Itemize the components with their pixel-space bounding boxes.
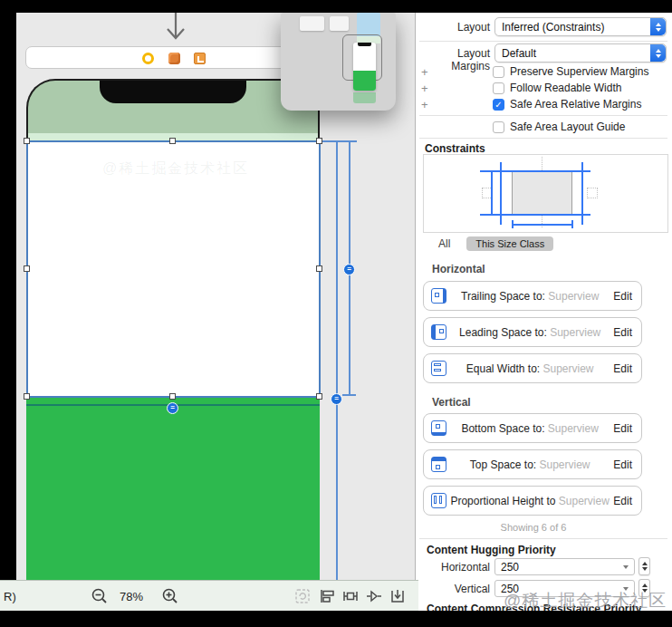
showing-count: Showing 6 of 6 bbox=[416, 522, 651, 533]
checkbox-checked-icon[interactable]: ✓ bbox=[493, 99, 504, 111]
faint-watermark: @稀土掘金技术社区 bbox=[102, 159, 249, 178]
checkbox-unchecked-icon[interactable] bbox=[493, 82, 504, 94]
constraint-row-trailing[interactable]: Trailing Space to: Superview Edit bbox=[423, 281, 642, 311]
white-content-view[interactable] bbox=[26, 140, 320, 396]
resize-handle-bottom-mid[interactable] bbox=[169, 393, 176, 400]
first-responder-icon[interactable] bbox=[168, 53, 180, 64]
align-button[interactable] bbox=[318, 581, 336, 612]
add-constraints-button[interactable] bbox=[341, 581, 360, 612]
resize-handle-top-right[interactable] bbox=[316, 138, 322, 144]
edit-button[interactable]: Edit bbox=[613, 458, 632, 471]
equal-badge[interactable]: = bbox=[331, 393, 342, 405]
add-variation-button[interactable]: + bbox=[421, 82, 428, 95]
constraint-row-leading[interactable]: Leading Space to: Superview Edit bbox=[423, 317, 642, 347]
checkbox-row[interactable]: Preserve Superview Margins bbox=[493, 65, 648, 78]
constraints-section-title: Constraints bbox=[425, 142, 485, 155]
resize-handle-right-mid[interactable] bbox=[316, 265, 322, 272]
constraint-row-proportional-height[interactable]: Proportional Height to Superview Edit bbox=[423, 486, 642, 516]
magnifier-plus-icon bbox=[161, 587, 179, 605]
device-thumbnail[interactable] bbox=[330, 16, 349, 31]
checkbox-unchecked-icon[interactable] bbox=[493, 121, 504, 133]
green-view[interactable]: UIScrollView bbox=[26, 396, 320, 580]
edit-button[interactable]: Edit bbox=[613, 362, 632, 375]
zoom-in-button[interactable] bbox=[161, 581, 179, 612]
resize-handle-bottom-left[interactable] bbox=[24, 393, 30, 400]
device-view-controller[interactable]: UIScrollView bbox=[26, 79, 320, 580]
popup-stepper-icon bbox=[650, 44, 666, 62]
device-notch bbox=[100, 81, 246, 103]
proportional-height-icon bbox=[431, 493, 446, 508]
popup-stepper-icon bbox=[650, 18, 666, 35]
edit-button[interactable]: Edit bbox=[613, 495, 632, 507]
hugging-vertical-label: Vertical bbox=[416, 583, 490, 595]
embed-icon bbox=[389, 587, 407, 605]
checkbox-label: Preserve Superview Margins bbox=[510, 65, 648, 78]
add-variation-button[interactable]: + bbox=[421, 98, 428, 111]
layout-popup-value: Inferred (Constraints) bbox=[502, 21, 604, 34]
edit-button[interactable]: Edit bbox=[613, 290, 632, 303]
checkbox-row[interactable]: Safe Area Layout Guide bbox=[493, 121, 625, 133]
magnifier-minus-icon bbox=[91, 587, 109, 605]
zoom-level[interactable]: 78% bbox=[120, 590, 143, 603]
hugging-horizontal-stepper[interactable] bbox=[638, 557, 650, 575]
constraints-diagram bbox=[423, 154, 668, 233]
top-space-icon bbox=[431, 457, 446, 472]
device-variant-popover[interactable] bbox=[281, 13, 396, 111]
layout-margins-popup[interactable]: Default bbox=[494, 43, 667, 63]
exit-icon[interactable] bbox=[194, 53, 206, 64]
view-as-label[interactable]: R) bbox=[4, 590, 16, 603]
checkbox-label: Safe Area Relative Margins bbox=[510, 98, 641, 111]
horizontal-section-title: Horizontal bbox=[432, 263, 485, 275]
add-variation-button[interactable]: + bbox=[421, 65, 428, 79]
hugging-horizontal-field[interactable]: 250 bbox=[494, 558, 635, 575]
resolve-issues-icon bbox=[365, 587, 383, 605]
canvas-bottom-bar: R) 78% bbox=[0, 580, 418, 611]
content-hugging-title: Content Hugging Priority bbox=[427, 544, 556, 556]
zoom-out-button[interactable] bbox=[91, 581, 109, 612]
add-constraints-icon bbox=[341, 587, 360, 605]
window-frame bbox=[0, 611, 672, 627]
checkbox-unchecked-icon[interactable] bbox=[493, 66, 504, 78]
window-frame bbox=[0, 0, 672, 13]
layout-label: Layout bbox=[416, 21, 490, 34]
device-thumbnail[interactable] bbox=[300, 16, 324, 31]
resize-handle-top-mid[interactable] bbox=[169, 138, 176, 144]
bottom-space-icon bbox=[431, 420, 446, 436]
equal-badge[interactable]: = bbox=[343, 264, 355, 275]
update-frames-icon bbox=[293, 587, 312, 605]
resize-handle-top-left[interactable] bbox=[24, 138, 30, 144]
selected-device-preview[interactable] bbox=[353, 43, 376, 91]
resize-handle-bottom-right[interactable] bbox=[316, 393, 322, 400]
mini-notch bbox=[358, 43, 371, 46]
proportional-height-constraint-line[interactable] bbox=[336, 140, 338, 580]
checkbox-row[interactable]: Follow Readable Width bbox=[493, 82, 621, 94]
xcode-interface-builder: UIScrollView @稀土掘金技术社区 = = = bbox=[0, 0, 672, 627]
hugging-horizontal-label: Horizontal bbox=[416, 561, 490, 574]
storyboard-canvas[interactable]: UIScrollView @稀土掘金技术社区 = = = bbox=[16, 13, 415, 580]
equal-width-icon bbox=[431, 361, 446, 376]
segment-this-size-class[interactable]: This Size Class bbox=[466, 236, 553, 251]
constraint-row-equal-width[interactable]: Equal Width to: Superview Edit bbox=[423, 353, 642, 383]
leading-space-icon bbox=[431, 324, 446, 340]
vertical-section-title: Vertical bbox=[432, 396, 471, 409]
view-controller-icon[interactable] bbox=[142, 53, 154, 64]
constrained-view-rect bbox=[512, 170, 572, 215]
checkbox-row[interactable]: ✓ Safe Area Relative Margins bbox=[493, 98, 641, 111]
window-frame bbox=[0, 13, 16, 580]
constraint-row-top-space[interactable]: Top Space to: Superview Edit bbox=[423, 449, 642, 479]
site-watermark: @稀土掘金技术社区 bbox=[504, 589, 667, 613]
edit-button[interactable]: Edit bbox=[613, 326, 632, 339]
constraint-row-bottom-space[interactable]: Bottom Space to: Superview Edit bbox=[423, 413, 642, 443]
resize-handle-left-mid[interactable] bbox=[24, 265, 30, 272]
status-bar-area bbox=[26, 79, 320, 140]
checkbox-label: Follow Readable Width bbox=[510, 82, 621, 94]
layout-popup[interactable]: Inferred (Constraints) bbox=[494, 17, 667, 36]
embed-button[interactable] bbox=[389, 581, 407, 612]
segment-all[interactable]: All bbox=[438, 237, 450, 250]
edit-button[interactable]: Edit bbox=[613, 422, 632, 435]
resolve-issues-button[interactable] bbox=[365, 581, 383, 612]
equal-badge[interactable]: = bbox=[167, 402, 178, 414]
align-icon bbox=[318, 587, 336, 605]
chevron-down-icon bbox=[623, 565, 629, 569]
update-frames-button[interactable] bbox=[293, 581, 312, 612]
